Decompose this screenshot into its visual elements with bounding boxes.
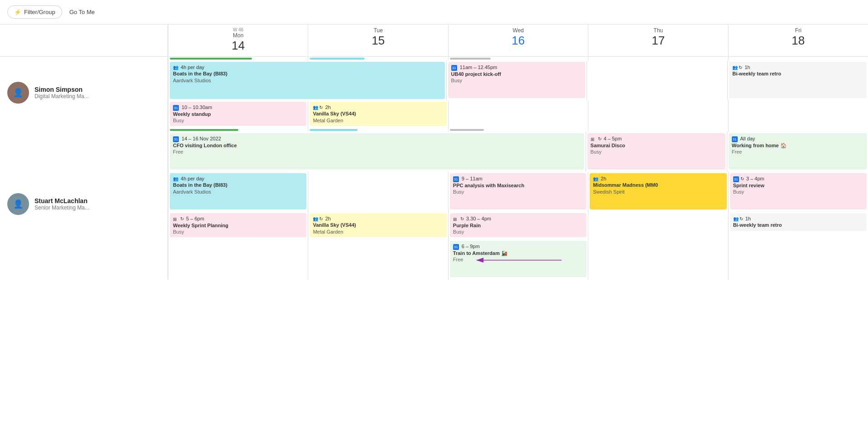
event-ppc[interactable]: 31 9 – 11am PPC analysis with Maxisearch… [450,173,587,210]
stuart-avatar-initial: 👤 [13,199,23,209]
event-sub-boats-s: Aardvark Studios [173,189,303,195]
simon-mon-cell: 👥 4h per day Boats in the Bay (BI83) Aar… [168,60,446,100]
event-sprint[interactable]: 31↻ 3 – 4pm Sprint review Busy [730,173,867,210]
event-time-ub40: 31 11am – 12.45pm [451,64,582,71]
event-cfo[interactable]: 31 14 – 16 Nov 2022 CFO visiting London … [170,133,584,170]
stuart-thu4-cell [588,239,728,279]
event-status-ppc: Busy [453,189,583,195]
day-header-fri: Fri 18 [728,25,868,56]
day-num-thu: 17 [588,34,728,48]
simon-wed-cell: 31 11am – 12.45pm UB40 project kick-off … [446,60,587,100]
event-status-samurai: Busy [591,149,722,155]
event-title-boats-s: Boats in the Bay (BI83) [173,182,303,188]
simon-role: Digital Marketing Ma... [35,93,89,100]
event-time-cfo: 31 14 – 16 Nov 2022 [173,135,581,142]
stuart-calendar: 31 14 – 16 Nov 2022 CFO visiting London … [168,128,868,279]
stuart-fri-cfo-cell: 31 All day Working from home 🏠 Free [727,132,868,172]
stuart-wed4-cell: 31 6 – 9pm Train to Amsterdam 🚂 Free [448,239,588,279]
event-sub-mid: Swedish Spirit [593,189,723,195]
event-location: Aardvark Studios [173,77,442,84]
event-title-sprint: Sprint review [733,182,863,189]
filter-group-button[interactable]: ⚡ Filter/Group [7,5,62,19]
event-train[interactable]: 31 6 – 9pm Train to Amsterdam 🚂 Free [450,241,587,277]
calendar-body: 👤 Simon Simpson Digital Marketing Ma... [0,57,868,429]
event-sprint-planning[interactable]: ⊞↻ 5 – 6pm Weekly Sprint Planning Busy [170,213,306,237]
simon-row: 👤 Simon Simpson Digital Marketing Ma... [0,57,868,128]
event-time-vanilla: 👥↻ 2h [313,104,443,110]
event-vanilla-stuart[interactable]: 👥↻ 2h Vanilla Sky (VS44) Metal Garden [310,213,446,237]
people-icon-bws: 👥 [733,216,739,221]
event-time-biweekly: 👥↻ 1h [732,64,863,70]
day-num-tue: 15 [308,34,448,48]
event-time-bws: 👥↻ 1h [733,215,863,222]
event-sub-vs: Metal Garden [313,229,443,235]
people-icon-bs: 👥 [173,176,178,181]
stuart-events-row4: 31 6 – 9pm Train to Amsterdam 🚂 Free [168,239,868,279]
people-icon-v: 👥 [313,105,318,110]
calendar: W 46 Mon 14 Tue 15 Wed 16 Thu 17 Fri [0,25,868,429]
simon-wed2-cell [448,100,588,128]
event-time-sprint: 31↻ 3 – 4pm [733,175,863,182]
filter-icon: ⚡ [14,9,21,15]
week-label: W 46 [168,27,308,32]
event-purple-rain[interactable]: ⊞↻ 3.30 – 4pm Purple Rain Busy [450,213,587,237]
event-biweekly-stuart[interactable]: 👥↻ 1h Bi-weekly team retro [730,213,867,231]
simon-fri-cell: 👥↻ 1h Bi-weekly team retro [727,60,868,100]
refresh-icon-sprint: ↻ [740,176,744,181]
stuart-tue4-cell [308,239,448,279]
event-status-sp: Busy [173,229,303,235]
event-standup[interactable]: 31 10 – 10.30am Weekly standup Busy [170,102,306,126]
event-boats-simon[interactable]: 👥 4h per day Boats in the Bay (BI83) Aar… [170,62,445,99]
stuart-progress-bars [168,128,868,132]
event-time-boats-s: 👥 4h per day [173,175,303,182]
stuart-wed2-cell: 31 9 – 11am PPC analysis with Maxisearch… [448,172,588,212]
event-time-samurai: ⊞↻ 4 – 5pm [591,135,722,142]
event-midsommar[interactable]: 👥 2h Midsommar Madness (MM0 Swedish Spir… [590,173,726,210]
cal-icon-sprint: 31 [733,176,739,182]
event-title-train: Train to Amsterdam 🚂 [453,250,583,256]
app-container: ⚡ Filter/Group Go To Me W 46 Mon 14 Tue … [0,0,868,429]
event-samurai[interactable]: ⊞↻ 4 – 5pm Samurai Disco Busy [587,133,725,170]
refresh-icon-vs: ↻ [319,216,323,221]
stuart-cfo-row: 31 14 – 16 Nov 2022 CFO visiting London … [168,132,868,172]
simon-fri2-cell [728,100,868,128]
event-time: 👥 4h per day [173,64,442,70]
simon-thu-cell [587,60,727,100]
event-title-samurai: Samurai Disco [591,142,722,149]
toolbar: ⚡ Filter/Group Go To Me [0,0,868,25]
stuart-fri3-cell: 👥↻ 1h Bi-weekly team retro [728,212,868,239]
simon-progress-bars [168,57,868,60]
refresh-icon-bws: ↻ [740,216,743,221]
main-content: W 46 Mon 14 Tue 15 Wed 16 Thu 17 Fri [0,25,868,429]
stuart-wed3-cell: ⊞↻ 3.30 – 4pm Purple Rain Busy [448,212,588,239]
simon-info: 👤 Simon Simpson Digital Marketing Ma... [0,57,168,128]
event-title-sp: Weekly Sprint Planning [173,222,303,229]
event-ub40[interactable]: 31 11am – 12.45pm UB40 project kick-off … [448,62,586,98]
stuart-events-row3: ⊞↻ 5 – 6pm Weekly Sprint Planning Busy 👥… [168,212,868,239]
simon-events-row1: 👥 4h per day Boats in the Bay (BI83) Aar… [168,60,868,100]
event-title-vanilla: Vanilla Sky (VS44) [313,110,443,117]
people-icon-mid: 👥 [593,176,598,181]
day-headers: W 46 Mon 14 Tue 15 Wed 16 Thu 17 Fri [0,25,868,57]
stuart-details: Stuart McLachlan Senior Marketing Ma... [35,197,89,211]
event-status-pr: Busy [453,229,583,235]
cal-icon: 31 [451,65,457,71]
goto-me-button[interactable]: Go To Me [69,9,95,15]
event-wfh[interactable]: 31 All day Working from home 🏠 Free [729,133,867,170]
stuart-thu3-cell [588,212,728,239]
stuart-thu-cfo-cell: ⊞↻ 4 – 5pm Samurai Disco Busy [586,132,727,172]
stuart-name: Stuart McLachlan [35,197,89,205]
simon-avatar-initial: 👤 [13,88,23,98]
stuart-avatar: 👤 [7,193,29,215]
event-time-pr: ⊞↻ 3.30 – 4pm [453,215,583,222]
event-vanilla-simon[interactable]: 👥↻ 2h Vanilla Sky (VS44) Metal Garden [310,102,446,126]
event-boats-stuart[interactable]: 👥 4h per day Boats in the Bay (BI83) Aar… [170,173,306,210]
event-status-train: Free [453,256,583,263]
simon-tue2-cell: 👥↻ 2h Vanilla Sky (VS44) Metal Garden [308,100,448,128]
day-header-mon: W 46 Mon 14 [168,25,308,56]
stuart-tue2-cell [308,172,448,212]
stuart-row: 👤 Stuart McLachlan Senior Marketing Ma..… [0,128,868,279]
event-title: Boats in the Bay (BI83) [173,70,442,77]
event-time-train: 31 6 – 9pm [453,243,583,250]
event-biweekly-simon[interactable]: 👥↻ 1h Bi-weekly team retro [729,62,867,98]
